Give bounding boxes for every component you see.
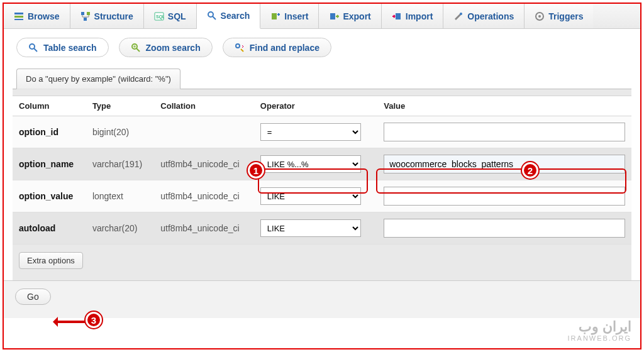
th-value: Value <box>377 96 631 116</box>
tab-browse[interactable]: Browse <box>4 4 70 28</box>
find-replace-icon <box>235 42 245 53</box>
tab-label: Search <box>221 11 250 21</box>
th-type: Type <box>86 96 154 116</box>
tab-label: Insert <box>284 11 308 21</box>
svg-rect-5 <box>84 18 87 21</box>
operator-select[interactable]: LIKE %...% <box>260 155 361 173</box>
cell-collation: utf8mb4_unicode_ci <box>154 148 254 180</box>
th-collation: Collation <box>154 96 254 116</box>
operator-select[interactable]: LIKE <box>260 187 361 205</box>
search-icon <box>207 11 217 21</box>
tab-search[interactable]: Search <box>197 4 261 29</box>
watermark-fa: ایران وب <box>568 319 631 334</box>
tab-sql[interactable]: SQL SQL <box>144 4 197 28</box>
svg-line-19 <box>136 48 140 52</box>
cell-column: option_name <box>13 148 86 180</box>
svg-rect-2 <box>14 19 23 20</box>
svg-rect-4 <box>87 12 90 15</box>
svg-point-13 <box>460 13 462 15</box>
operations-icon <box>453 11 464 21</box>
cell-collation: utf8mb4_unicode_ci <box>154 180 254 212</box>
tab-import[interactable]: Import <box>382 4 444 28</box>
annotation-marker-3: 3 <box>86 312 102 328</box>
svg-text:SQL: SQL <box>156 14 164 19</box>
tab-label: Structure <box>94 11 133 21</box>
subtab-zoom-search[interactable]: Zoom search <box>119 38 213 57</box>
tab-operations[interactable]: Operations <box>443 4 525 28</box>
watermark: ایران وب IRANWEB.ORG <box>568 319 631 342</box>
subtab-label: Zoom search <box>146 43 201 53</box>
svg-rect-0 <box>14 13 23 14</box>
cell-column: option_id <box>13 116 86 148</box>
go-button[interactable]: Go <box>15 289 51 305</box>
cell-column: autoload <box>13 212 86 245</box>
tab-structure[interactable]: Structure <box>70 4 144 28</box>
svg-rect-10 <box>272 13 277 19</box>
insert-icon <box>270 11 280 21</box>
subtab-find-replace[interactable]: Find and replace <box>223 38 331 57</box>
svg-line-9 <box>213 16 216 19</box>
qbe-table: Column Type Collation Operator Value opt… <box>13 96 631 245</box>
cell-column: option_value <box>13 180 86 212</box>
zoom-icon <box>131 42 141 53</box>
operator-select[interactable]: = <box>260 123 361 141</box>
tab-label: Triggers <box>548 11 583 21</box>
svg-point-15 <box>538 15 541 18</box>
tab-label: Operations <box>467 11 514 21</box>
extra-options-button[interactable]: Extra options <box>19 252 83 269</box>
th-column: Column <box>13 96 86 116</box>
svg-rect-12 <box>396 13 401 19</box>
tab-insert[interactable]: Insert <box>260 4 319 28</box>
svg-rect-3 <box>81 12 84 15</box>
subtab-label: Find and replace <box>250 43 319 53</box>
triggers-icon <box>535 11 545 21</box>
import-icon <box>392 11 402 21</box>
value-input[interactable] <box>384 155 625 173</box>
cell-type: varchar(191) <box>86 148 154 180</box>
table-row: option_value longtext utf8mb4_unicode_ci… <box>13 180 631 212</box>
table-row: autoload varchar(20) utf8mb4_unicode_ci … <box>13 212 631 245</box>
svg-point-20 <box>236 44 240 48</box>
search-icon <box>28 42 38 53</box>
sql-icon: SQL <box>154 11 164 21</box>
operator-select[interactable]: LIKE <box>260 219 361 237</box>
subtab-label: Table search <box>43 43 97 53</box>
value-input[interactable] <box>384 123 625 141</box>
th-operator: Operator <box>254 96 377 116</box>
watermark-en: IRANWEB.ORG <box>568 334 631 342</box>
cell-collation <box>154 116 254 148</box>
annotation-marker-2: 2 <box>522 162 538 179</box>
value-input[interactable] <box>384 219 625 238</box>
cell-collation: utf8mb4_unicode_ci <box>154 212 254 245</box>
annotation-arrow-3 <box>54 321 86 323</box>
structure-icon <box>80 11 91 21</box>
table-row: option_name varchar(191) utf8mb4_unicode… <box>13 148 631 180</box>
table-row: option_id bigint(20) = <box>13 116 631 148</box>
tab-export[interactable]: Export <box>319 4 381 28</box>
tab-triggers[interactable]: Triggers <box>525 4 593 28</box>
svg-rect-1 <box>14 16 23 18</box>
export-icon <box>329 11 339 21</box>
tab-label: Import <box>406 11 433 21</box>
annotation-marker-1: 1 <box>248 162 264 179</box>
tab-label: Export <box>343 11 370 21</box>
cell-type: varchar(20) <box>86 212 154 245</box>
svg-point-8 <box>208 12 213 17</box>
svg-rect-11 <box>330 13 335 19</box>
browse-icon <box>14 11 24 21</box>
svg-line-17 <box>34 48 37 52</box>
tab-label: SQL <box>168 11 186 21</box>
svg-point-16 <box>30 44 35 49</box>
cell-type: bigint(20) <box>86 116 154 148</box>
cell-type: longtext <box>86 180 154 212</box>
tab-label: Browse <box>28 11 60 21</box>
panel-title: Do a "query by example" (wildcard: "%") <box>16 69 180 89</box>
subtab-table-search[interactable]: Table search <box>16 38 109 57</box>
value-input[interactable] <box>384 187 625 206</box>
